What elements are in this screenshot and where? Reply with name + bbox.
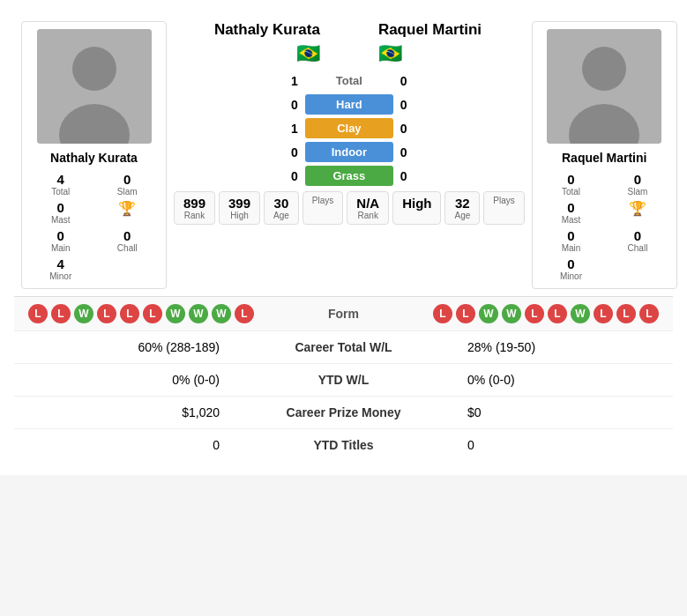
form-badge: L <box>120 304 139 323</box>
left-plays-label: Plays <box>312 196 333 205</box>
hard-score-right: 0 <box>400 98 422 112</box>
left-main-val: 0 Main <box>29 228 93 253</box>
right-slam-val: 0 Slam <box>606 172 669 197</box>
form-badge: W <box>189 304 208 323</box>
right-player-name: Raquel Martini <box>562 151 646 165</box>
form-badge: W <box>74 304 93 323</box>
left-player-name: Nathaly Kurata <box>50 151 138 165</box>
left-plays-box: Plays <box>302 191 343 225</box>
left-chall-val: 0 Chall <box>96 228 160 253</box>
right-trophy: 🏆 <box>606 200 669 225</box>
stats-row: 0% (0-0) YTD W/L 0% (0-0) <box>14 364 673 397</box>
form-badge: W <box>571 304 590 323</box>
right-flag: 🇧🇷 <box>378 42 402 64</box>
indoor-score-right: 0 <box>400 145 422 160</box>
right-rank-box: N/A Rank <box>347 191 389 225</box>
left-total-val: 4 Total <box>29 172 93 197</box>
grass-score-left: 0 <box>277 169 298 183</box>
left-age-box: 30 Age <box>264 191 299 225</box>
indoor-score-left: 0 <box>277 145 298 160</box>
form-badge: L <box>639 304 659 323</box>
left-flag: 🇧🇷 <box>296 42 320 64</box>
stat-right: $0 <box>453 397 673 429</box>
form-badge: W <box>212 304 231 323</box>
form-badge: L <box>616 304 636 323</box>
right-plays-label: Plays <box>493 196 514 205</box>
hard-court-btn: Hard <box>305 94 393 115</box>
form-badge: L <box>235 304 254 323</box>
form-badge: W <box>502 304 521 323</box>
form-badge: L <box>143 304 162 323</box>
indoor-court-btn: Indoor <box>305 142 393 162</box>
right-name-center: Raquel Martini 🇧🇷 <box>378 21 525 65</box>
stat-label: YTD W/L <box>234 364 453 397</box>
form-badge: W <box>479 304 498 323</box>
total-score-right: 0 <box>400 74 422 88</box>
right-age-box: 32 Age <box>444 191 480 225</box>
right-player-card: Raquel Martini 0 Total 0 Slam 0 Mast 🏆 <box>532 21 677 289</box>
form-badge: L <box>28 304 48 323</box>
left-high-value: 399 <box>228 196 250 211</box>
stats-table: 60% (288-189) Career Total W/L 28% (19-5… <box>14 330 673 461</box>
form-badge: L <box>433 304 452 323</box>
left-player-avatar <box>37 29 152 144</box>
clay-court-btn: Clay <box>305 118 393 138</box>
left-rank-value: 899 <box>183 196 205 211</box>
right-chall-val: 0 Chall <box>606 228 669 253</box>
stats-row: $1,020 Career Prize Money $0 <box>14 397 673 429</box>
left-rank-box: 899 Rank <box>174 191 215 225</box>
form-badge: L <box>97 304 116 323</box>
courts-section: 1 Total 0 0 Hard 0 1 Clay 0 0 Indoor <box>174 71 525 186</box>
stat-left: 0 <box>14 429 234 462</box>
left-high-box: 399 High <box>219 191 260 225</box>
right-total-val: 0 Total <box>540 172 603 197</box>
right-age-label: Age <box>454 211 470 220</box>
left-age-value: 30 <box>273 196 289 211</box>
right-high-box: High <box>392 191 441 225</box>
stat-label: YTD Titles <box>234 429 453 462</box>
right-rank-value: N/A <box>356 196 379 211</box>
form-section: LLWLLLWWWL Form LLWWLLWLLL <box>14 296 673 330</box>
stat-left: $1,020 <box>14 397 234 429</box>
center-area: Nathaly Kurata 🇧🇷 Raquel Martini 🇧🇷 1 To… <box>174 21 525 289</box>
left-rank-label: Rank <box>183 211 205 220</box>
hard-score-left: 0 <box>277 98 298 112</box>
stats-row: 60% (288-189) Career Total W/L 28% (19-5… <box>14 331 673 364</box>
right-main-val: 0 Main <box>540 228 603 253</box>
left-slam-val: 0 Slam <box>96 172 160 197</box>
left-trophy: 🏆 <box>96 200 160 225</box>
stats-row: 0 YTD Titles 0 <box>14 429 673 462</box>
total-court-btn: Total <box>305 71 393 91</box>
left-age-label: Age <box>273 211 289 220</box>
right-player-avatar <box>547 29 661 144</box>
form-badge: L <box>525 304 544 323</box>
right-age-value: 32 <box>454 196 470 211</box>
left-player-card: Nathaly Kurata 4 Total 0 Slam 0 Mast 🏆 <box>21 21 167 289</box>
grass-score-right: 0 <box>400 169 422 183</box>
form-badge: L <box>548 304 567 323</box>
stat-left: 60% (288-189) <box>14 331 234 364</box>
clay-score-right: 0 <box>400 122 422 136</box>
stat-right: 0% (0-0) <box>453 364 673 397</box>
stats-boxes-row: 899 Rank 399 High 30 Age Plays N/A Rank <box>174 191 525 225</box>
form-label: Form <box>328 307 359 321</box>
right-high-value: High <box>402 196 431 211</box>
stat-left: 0% (0-0) <box>14 364 234 397</box>
form-badge: L <box>51 304 71 323</box>
right-minor-val: 0 Minor <box>540 256 603 281</box>
form-badge: W <box>166 304 185 323</box>
left-form-badges: LLWLLLWWWL <box>28 304 254 323</box>
right-form-badges: LLWWLLWLLL <box>433 304 659 323</box>
left-mast-val: 0 Mast <box>29 200 93 225</box>
svg-point-4 <box>582 47 626 91</box>
form-badge: L <box>456 304 475 323</box>
stat-right: 0 <box>453 429 673 462</box>
form-badge: L <box>594 304 613 323</box>
right-mast-val: 0 Mast <box>540 200 603 225</box>
left-high-label: High <box>228 211 250 220</box>
right-rank-label: Rank <box>356 211 379 220</box>
stat-label: Career Prize Money <box>234 397 453 429</box>
svg-point-1 <box>72 47 116 91</box>
grass-court-btn: Grass <box>305 166 393 186</box>
total-score-left: 1 <box>277 74 298 88</box>
